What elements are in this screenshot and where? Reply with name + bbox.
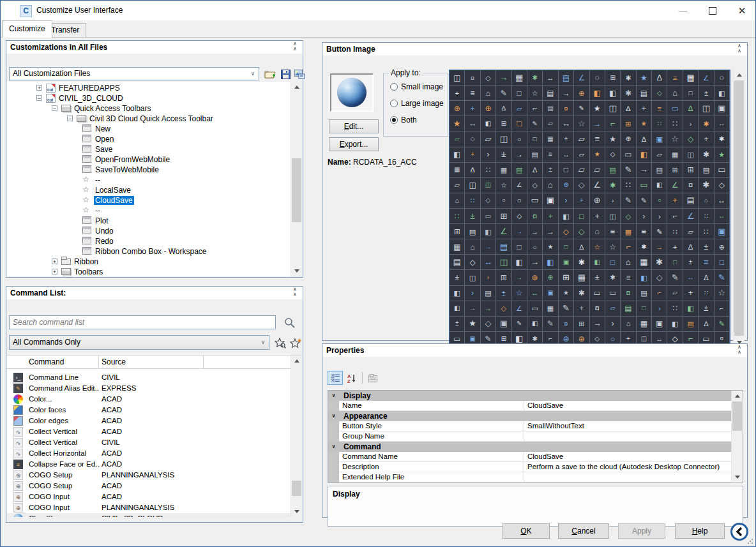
load-customization-file-button[interactable] <box>263 68 277 80</box>
button-image-cell[interactable]: ∠ <box>512 178 527 193</box>
button-image-cell[interactable]: ▣ <box>543 193 558 209</box>
button-image-cell[interactable]: ◧ <box>450 301 465 317</box>
button-image-cell[interactable]: ↔ <box>481 255 496 270</box>
button-image-cell[interactable]: ¤ <box>465 70 480 86</box>
collapse-icon[interactable]: − <box>52 105 57 111</box>
button-image-cell[interactable]: ☆ <box>605 239 621 255</box>
property-category-command[interactable]: ∨Command <box>328 442 743 452</box>
command-row[interactable]: ⊕COGO SetupACAD <box>7 481 291 491</box>
property-value[interactable]: CloudSave <box>524 401 732 411</box>
button-image-cell[interactable]: □ <box>512 86 527 101</box>
button-image-cell[interactable]: → <box>481 239 496 255</box>
tree-item[interactable]: OpenFromWebMobile <box>7 154 291 165</box>
button-image-cell[interactable]: ○ <box>512 131 527 147</box>
button-image-cell[interactable]: ◧ <box>714 86 730 101</box>
button-image-cell[interactable]: ⊕ <box>621 131 636 147</box>
property-value[interactable]: Perform a save to the cloud (Autodesk De… <box>524 462 732 472</box>
button-image-cell[interactable]: ✱ <box>714 131 730 147</box>
search-command-input[interactable] <box>9 315 276 329</box>
grid-scrollbar-thumb[interactable] <box>734 80 744 336</box>
command-row[interactable]: ≡Collapse Face or Ed...ACAD <box>7 459 291 470</box>
button-image-cell[interactable]: → <box>559 86 574 101</box>
button-image-cell[interactable]: ▣ <box>714 224 730 239</box>
search-button[interactable] <box>281 315 299 331</box>
button-image-cell[interactable]: ¤ <box>559 317 574 332</box>
button-image-cell[interactable]: + <box>465 147 480 163</box>
command-row[interactable]: ∿Collect HorizontalACAD <box>7 448 291 459</box>
button-image-cell[interactable]: ≡ <box>667 70 683 86</box>
button-image-cell[interactable]: ⌂ <box>465 239 480 255</box>
button-image-cell[interactable]: ∠ <box>590 178 605 193</box>
button-image-cell[interactable]: ± <box>450 317 465 332</box>
button-image-cell[interactable]: ▤ <box>512 163 527 178</box>
button-image-cell[interactable]: ✱ <box>652 255 667 270</box>
button-image-cell[interactable]: ✱ <box>699 147 714 163</box>
button-image-cell[interactable]: ★ <box>605 131 621 147</box>
button-image-cell[interactable]: ▣ <box>652 317 667 332</box>
button-image-cell[interactable]: □ <box>512 116 527 131</box>
property-value[interactable]: SmallWithoutText <box>524 421 732 431</box>
button-image-cell[interactable]: ○ <box>652 193 667 209</box>
maximize-button[interactable] <box>698 1 727 20</box>
button-image-cell[interactable]: → <box>465 301 480 317</box>
button-image-cell[interactable]: ◫ <box>683 147 699 163</box>
button-image-cell[interactable]: ± <box>450 270 465 285</box>
button-image-cell[interactable]: ◇ <box>481 317 496 332</box>
scroll-up-icon[interactable] <box>291 82 302 93</box>
button-image-cell[interactable]: + <box>667 193 683 209</box>
button-image-cell[interactable]: ◫ <box>496 255 511 270</box>
button-image-cell[interactable]: → <box>637 163 652 178</box>
radio-large-image[interactable]: Large image <box>390 99 444 108</box>
button-image-cell[interactable]: ✎ <box>714 270 730 285</box>
properties-scrollbar-thumb[interactable] <box>732 401 742 431</box>
tree-item[interactable]: ☆-- <box>7 206 291 216</box>
button-image-cell[interactable]: ¤ <box>621 286 636 301</box>
button-image-cell[interactable]: ◫ <box>465 178 480 193</box>
button-image-cell[interactable]: › <box>652 209 667 224</box>
scroll-up-icon[interactable] <box>734 70 745 80</box>
button-image-cell[interactable]: ▣ <box>652 131 667 147</box>
button-image-cell[interactable]: + <box>637 101 652 116</box>
button-image-cell[interactable]: ◫ <box>699 101 714 116</box>
button-image-cell[interactable]: ▦ <box>667 147 683 163</box>
button-image-cell[interactable]: ▣ <box>496 317 511 332</box>
button-image-cell[interactable]: ◧ <box>637 270 652 285</box>
tree-item[interactable]: Ribbon Combo Box - Workspace <box>7 246 291 257</box>
find-command-button[interactable] <box>273 336 287 350</box>
button-image-cell[interactable]: ◇ <box>683 131 699 147</box>
button-image-cell[interactable]: ∷ <box>699 224 714 239</box>
button-image-cell[interactable]: ≡ <box>590 131 605 147</box>
button-image-cell[interactable]: ⌐ <box>667 209 683 224</box>
button-image-cell[interactable]: ∠ <box>512 301 527 317</box>
button-image-cell[interactable]: › <box>652 301 667 317</box>
button-image-cell[interactable]: › <box>481 147 496 163</box>
button-image-cell[interactable]: ▭ <box>527 193 543 209</box>
button-image-cell[interactable]: ⌂ <box>621 255 636 270</box>
button-image-cell[interactable]: ⊕ <box>590 193 605 209</box>
button-image-cell[interactable]: ☆ <box>590 239 605 255</box>
button-image-cell[interactable]: › <box>605 317 621 332</box>
button-image-cell[interactable]: ± <box>699 301 714 317</box>
button-image-cell[interactable]: ≡ <box>465 86 480 101</box>
button-image-cell[interactable]: ◧ <box>683 301 699 317</box>
button-image-cell[interactable]: ▤ <box>496 239 511 255</box>
button-image-cell[interactable]: ⌐ <box>527 101 543 116</box>
customization-files-dropdown[interactable]: All Customization Files <box>9 67 259 80</box>
property-category-appearance[interactable]: ∨Appearance <box>328 411 743 421</box>
button-image-cell[interactable]: ⊞ <box>559 270 574 285</box>
button-image-cell[interactable]: ⊕ <box>574 86 589 101</box>
collapse-category-icon[interactable]: ∨ <box>328 442 339 452</box>
button-image-cell[interactable]: ⌐ <box>714 301 730 317</box>
button-image-cell[interactable]: ▤ <box>652 163 667 178</box>
button-image-cell[interactable]: ± <box>590 270 605 285</box>
button-image-cell[interactable]: □ <box>605 255 621 270</box>
button-image-cell[interactable]: ▭ <box>590 286 605 301</box>
button-image-cell[interactable]: ∷ <box>667 224 683 239</box>
button-image-cell[interactable]: → <box>512 270 527 285</box>
button-image-cell[interactable]: ∆ <box>699 270 714 285</box>
button-image-cell[interactable]: → <box>512 147 527 163</box>
button-image-cell[interactable]: ◫ <box>605 101 621 116</box>
button-image-cell[interactable]: ▭ <box>605 286 621 301</box>
tree-item[interactable]: −Civil 3D Cloud Quick Access Toolbar <box>7 114 291 124</box>
button-image-cell[interactable]: ☆ <box>667 131 683 147</box>
